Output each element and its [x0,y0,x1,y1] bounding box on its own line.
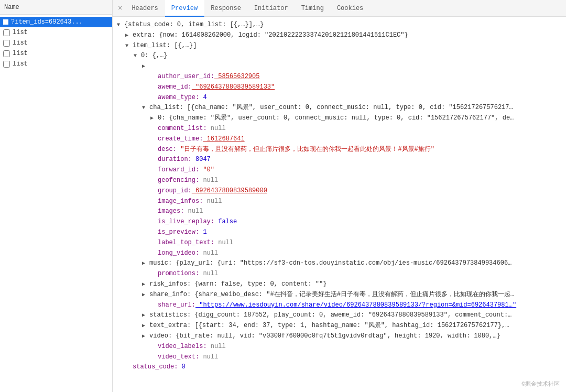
sidebar-item-item3[interactable]: list [0,38,112,48]
json-line-4 [117,61,566,72]
json-content: 0: {cha_name: "风景", user_count: 0, conne… [158,114,514,122]
json-value: 6926437880839589000 [192,187,267,194]
triangle-icon[interactable] [142,311,149,320]
json-key: label_top_text: [158,239,214,246]
json-line-11: create_time: 1612687641 [117,134,566,145]
json-line-10: comment_list: null [117,124,566,134]
json-key: video_labels: [158,343,207,350]
json-key: image_infos: [158,198,203,205]
sidebar-item-checkbox[interactable] [3,50,10,57]
json-line-19: is_live_replay: false [117,217,566,227]
sidebar-item-checkbox[interactable] [3,29,10,36]
json-content: {status_code: 0, item_list: [{,…}],…} [124,21,264,28]
json-line-1: extra: {now: 1614008262000, logid: "2021… [117,30,566,41]
json-line-18: images: null [117,206,566,217]
json-content: cha_list: [{cha_name: "风景", user_count: … [149,104,513,111]
json-key: images: [158,208,184,215]
sidebar-item-item1[interactable]: ?item_ids=692643... [0,17,112,27]
json-value: "0" [199,166,214,173]
triangle-icon[interactable] [134,52,141,61]
json-key: long_video: [158,249,199,257]
json-key: video_text: [158,353,199,361]
name-bar: Name [0,0,112,15]
tab-response[interactable]: Response [204,0,248,17]
json-content: extra: {now: 1614008262000, logid: "2021… [133,31,408,39]
json-content: share_info: {share_weibo_desc: "#在抖音，记录美… [149,291,514,298]
triangle-icon[interactable] [142,259,149,268]
triangle-icon[interactable] [142,62,149,71]
json-key: comment_list: [158,125,207,132]
json-key: author_user_id: [158,73,214,80]
triangle-icon[interactable] [117,21,124,30]
json-line-3: 0: {,…} [117,51,566,61]
json-key: is_preview: [158,228,199,236]
sidebar-item-item5[interactable]: list [0,59,112,69]
json-line-25: risk_infos: {warn: false, type: 0, conte… [117,279,566,290]
json-value: "日子有毒，且没有解药，但止痛片很多，比如现在的你我一起看此处的风景！#风景#旅… [177,146,434,153]
triangle-icon[interactable] [142,291,149,300]
tab-close-button[interactable]: × [115,0,125,17]
json-value: null [207,343,226,350]
json-line-8: cha_list: [{cha_name: "风景", user_count: … [117,103,566,113]
json-content: risk_infos: {warn: false, type: 0, conte… [149,280,326,288]
triangle-icon[interactable] [142,332,149,341]
tab-preview[interactable]: Preview [165,0,204,17]
sidebar-item-label: ?item_ids=692643... [11,18,83,26]
json-line-27: share_url: "https://www.iesdouyin.com/sh… [117,300,566,311]
json-line-13: duration: 8047 [117,155,566,165]
json-key: aweme_id: [158,83,192,91]
json-key: status_code: [133,363,178,371]
json-value: null [207,125,226,132]
json-value: null [184,208,203,215]
json-content: music: {play_url: {uri: "https://sf3-cdn… [149,259,511,267]
preview-content[interactable]: {status_code: 0, item_list: [{,…}],…}ext… [113,17,566,392]
json-line-16: group_id: 6926437880839589000 [117,186,566,197]
json-value: false [214,218,237,225]
json-content: statistics: {digg_count: 187552, play_co… [149,311,511,319]
json-content: video: {bit_rate: null, vid: "v0300f7600… [149,332,500,340]
json-key: group_id: [158,187,192,194]
json-content: text_extra: [{start: 34, end: 37, type: … [149,322,509,329]
json-line-28: statistics: {digg_count: 187552, play_co… [117,310,566,321]
sidebar-item-checkbox[interactable] [3,61,10,68]
tab-initiator[interactable]: Initiator [248,0,295,17]
json-value: null [199,270,218,277]
json-line-14: forward_id: "0" [117,165,566,176]
tab-cookies[interactable]: Cookies [331,0,370,17]
json-line-2: item_list: [{,…}] [117,41,566,51]
sidebar-item-label: list [13,39,28,47]
json-key: promotions: [158,270,199,277]
triangle-icon[interactable] [150,114,158,123]
sidebar-item-item4[interactable]: list [0,48,112,59]
triangle-icon[interactable] [125,31,133,40]
json-line-17: image_infos: null [117,197,566,207]
json-value: 8047 [192,156,211,163]
json-key: aweme_type: [158,94,199,101]
json-value: "https://www.iesdouyin.com/share/video/6… [195,301,516,309]
sidebar-item-checkbox[interactable] [3,40,10,47]
json-key: duration: [158,156,192,163]
json-value: 4 [199,94,206,101]
json-key: share_url: [158,301,195,309]
json-value: null [199,177,218,184]
json-key: geofencing: [158,177,199,184]
sidebar-item-label: list [13,60,28,68]
triangle-icon[interactable] [142,322,149,331]
json-line-20: is_preview: 1 [117,227,566,238]
json-content: 0: {,…} [141,52,167,59]
watermark: ©掘金技术社区 [521,380,560,388]
json-line-23: music: {play_url: {uri: "https://sf3-cdn… [117,258,566,269]
triangle-icon[interactable] [142,104,149,113]
sidebar-item-item2[interactable]: list [0,27,112,38]
triangle-icon[interactable] [142,280,149,289]
tab-headers[interactable]: Headers [125,0,165,17]
json-line-26: share_info: {share_weibo_desc: "#在抖音，记录美… [117,290,566,300]
sidebar-item-icon [3,19,8,25]
json-key: is_live_replay: [158,218,214,225]
json-line-33: status_code: 0 [117,362,566,373]
triangle-icon[interactable] [125,42,133,51]
tab-timing[interactable]: Timing [295,0,331,17]
json-line-0: {status_code: 0, item_list: [{,…}],…} [117,20,566,30]
json-line-9: 0: {cha_name: "风景", user_count: 0, conne… [117,113,566,124]
json-value: null [199,249,218,257]
